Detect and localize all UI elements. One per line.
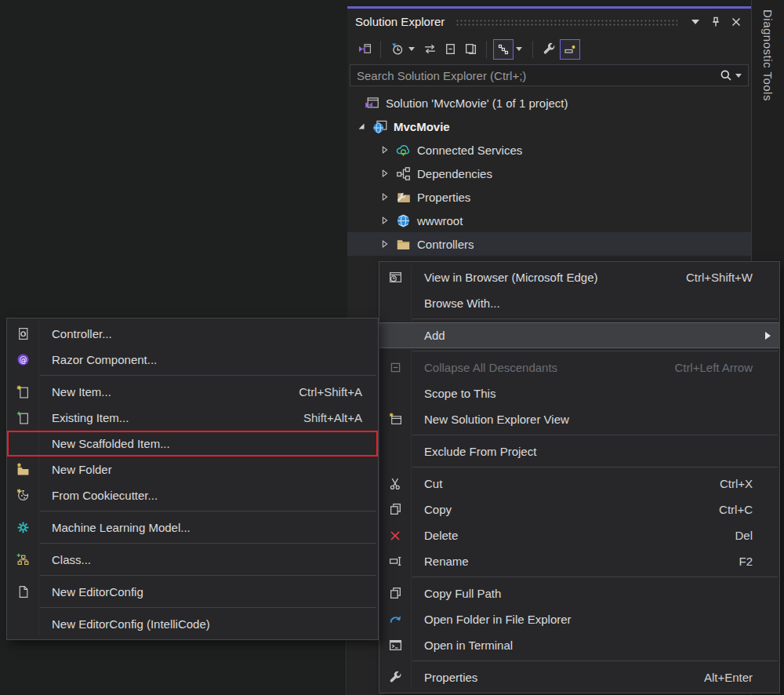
sync-namespaces-button[interactable] <box>419 39 440 60</box>
toolbar-separator <box>380 41 381 58</box>
preview-selected-items-button[interactable] <box>560 39 580 60</box>
menu-item-razor-component[interactable]: @ Razor Component... <box>7 347 378 373</box>
menu-item-new-editorconfig[interactable]: New EditorConfig <box>7 579 378 605</box>
tree-row-controllers[interactable]: Controllers <box>347 232 751 256</box>
collapse-all-icon <box>444 42 457 56</box>
menu-item-view-in-browser[interactable]: View in Browser (Microsoft Edge) Ctrl+Sh… <box>379 264 779 290</box>
menu-item-copy-full-path[interactable]: Copy Full Path <box>379 580 779 606</box>
tree-row-dependencies[interactable]: Dependencies <box>347 162 751 185</box>
razor-blazor-icon: @ <box>13 347 33 373</box>
rename-icon <box>385 548 405 574</box>
menu-item-open-folder-in-file-explorer[interactable]: Open Folder in File Explorer <box>379 606 779 632</box>
solution-explorer-titlebar[interactable]: Solution Explorer <box>347 9 751 35</box>
menu-item-exclude-from-project[interactable]: Exclude From Project <box>379 438 779 464</box>
window-position-button[interactable] <box>685 13 706 31</box>
track-active-item-button[interactable] <box>493 39 514 60</box>
menu-separator <box>412 660 778 661</box>
menu-item-properties[interactable]: Properties Alt+Enter <box>379 664 779 690</box>
menu-item-new-scaffolded-item[interactable]: New Scaffolded Item... <box>7 431 378 457</box>
properties-folder-icon <box>396 190 411 205</box>
collapse-all-button[interactable] <box>440 39 460 60</box>
menu-separator <box>40 543 376 544</box>
class-diagram-icon <box>13 547 33 573</box>
menu-item-class[interactable]: Class... <box>7 547 378 573</box>
diagnostic-tools-label: Diagnostic Tools <box>761 0 775 101</box>
menu-item-controller[interactable]: Controller... <box>7 321 378 347</box>
browser-window-icon <box>385 264 405 290</box>
terminal-window-icon <box>385 632 405 658</box>
expander-expanded-icon[interactable] <box>355 120 368 133</box>
pending-changes-filter-icon <box>390 42 404 56</box>
menu-separator <box>412 467 778 468</box>
menu-item-cut[interactable]: Cut Ctrl+X <box>379 471 779 497</box>
menu-separator <box>40 511 376 511</box>
properties-toolbar-button[interactable] <box>539 39 559 60</box>
expander-collapsed-icon[interactable] <box>379 191 391 203</box>
tree-label: wwwroot <box>417 214 463 227</box>
solution-explorer-toolbar <box>347 35 751 64</box>
expander-collapsed-icon[interactable] <box>379 214 391 227</box>
menu-item-machine-learning-model[interactable]: Machine Learning Model... <box>7 515 378 540</box>
expander-collapsed-icon[interactable] <box>379 144 391 156</box>
pin-icon <box>710 16 722 28</box>
new-item-document-icon <box>13 379 33 405</box>
svg-text:@: @ <box>19 355 27 364</box>
panel-title: Solution Explorer <box>355 15 445 28</box>
menu-item-copy[interactable]: Copy Ctrl+C <box>379 497 779 522</box>
menu-item-open-in-terminal[interactable]: Open in Terminal <box>379 632 779 658</box>
tree-label: Dependencies <box>417 167 492 180</box>
tree-row-properties[interactable]: Properties <box>347 185 751 209</box>
tree-row-solution[interactable]: Solution 'MvcMovie' (1 of 1 project) <box>347 91 751 115</box>
search-icon[interactable] <box>720 69 732 82</box>
pending-changes-filter-button[interactable] <box>387 39 407 60</box>
switch-views-button[interactable] <box>354 39 375 60</box>
menu-item-scope-to-this[interactable]: Scope to This <box>379 380 779 406</box>
tree-row-connected-services[interactable]: Connected Services <box>347 138 751 162</box>
menu-item-new-folder[interactable]: New Folder <box>7 457 378 482</box>
menu-separator <box>40 375 376 376</box>
menu-item-existing-item[interactable]: Existing Item... Shift+Alt+A <box>7 405 378 431</box>
tree-label: Controllers <box>417 238 474 251</box>
folder-icon <box>396 237 411 252</box>
search-input[interactable] <box>350 68 720 83</box>
menu-item-from-cookiecutter[interactable]: From Cookiecutter... <box>7 482 378 508</box>
close-icon <box>730 16 742 28</box>
show-all-files-button[interactable] <box>460 39 481 60</box>
toolbar-separator <box>486 41 487 58</box>
menu-item-new-editorconfig-intellicode[interactable]: New EditorConfig (IntelliCode) <box>7 611 378 637</box>
copy-pages-icon <box>385 580 405 606</box>
tree-row-wwwroot[interactable]: wwwroot <box>347 209 751 232</box>
menu-item-delete[interactable]: Delete Del <box>379 522 779 548</box>
new-folder-icon <box>13 457 33 482</box>
menu-item-rename[interactable]: Rename F2 <box>379 548 779 574</box>
menu-item-collapse-all-descendants[interactable]: Collapse All Descendants Ctrl+Left Arrow <box>379 355 779 380</box>
solution-icon <box>365 96 379 111</box>
expander-collapsed-icon[interactable] <box>379 238 391 250</box>
window-sparkle-icon <box>385 406 405 432</box>
track-active-item-icon <box>497 43 510 56</box>
search-options-dropdown-icon[interactable] <box>735 74 742 78</box>
cookiecutter-icon <box>13 482 33 508</box>
add-submenu: Controller... @ Razor Component... New I… <box>6 318 379 640</box>
dependencies-icon <box>396 166 411 181</box>
layout-divider-line <box>346 637 347 695</box>
scissors-icon <box>385 471 405 497</box>
sync-arrows-icon <box>423 42 437 56</box>
menu-item-new-solution-explorer-view[interactable]: New Solution Explorer View <box>379 406 779 432</box>
collapse-box-icon <box>385 355 405 380</box>
track-active-dropdown-icon[interactable] <box>516 47 522 51</box>
menu-item-add[interactable]: Add <box>379 322 779 348</box>
menu-item-browse-with[interactable]: Browse With... <box>379 290 779 316</box>
tree-row-project-mvcmovie[interactable]: MvcMovie <box>347 115 751 138</box>
search-box <box>350 64 749 86</box>
connected-services-icon <box>396 143 411 158</box>
expander-collapsed-icon[interactable] <box>379 167 391 180</box>
menu-separator <box>412 318 778 319</box>
pin-button[interactable] <box>706 13 726 31</box>
pending-changes-dropdown-icon[interactable] <box>408 47 415 51</box>
menu-item-new-item[interactable]: New Item... Ctrl+Shift+A <box>7 379 378 405</box>
switch-views-icon <box>358 42 372 56</box>
web-project-icon <box>372 119 387 134</box>
existing-item-document-icon <box>13 405 33 431</box>
close-button[interactable] <box>726 13 746 31</box>
